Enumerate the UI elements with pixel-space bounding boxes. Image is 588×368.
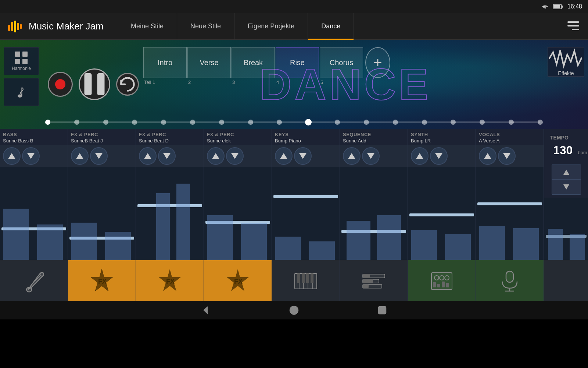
tab-dance[interactable]: Dance — [308, 13, 354, 40]
progress-dot-6[interactable] — [219, 120, 224, 125]
record-button[interactable] — [48, 72, 73, 97]
menu-button[interactable] — [559, 20, 588, 33]
channel-sequence-up[interactable] — [343, 147, 361, 165]
channel-keys-up[interactable] — [275, 147, 293, 165]
progress-dot-3[interactable] — [132, 120, 137, 125]
tempo-increase[interactable] — [552, 165, 581, 180]
channel-tempo: TEMPO 130 bpm — [544, 129, 588, 301]
progress-dot-15[interactable] — [480, 120, 485, 125]
channel-synth-icon-btn[interactable] — [408, 260, 476, 301]
section-verse[interactable]: Verse 2 — [187, 47, 232, 85]
channel-fx3-icon-btn[interactable]: FX — [204, 260, 272, 301]
tempo-label: TEMPO — [547, 132, 585, 144]
channel-keys-visualizer — [272, 167, 340, 260]
section-verse-box[interactable]: Verse — [187, 47, 231, 78]
channel-tempo-icon-btn[interactable] — [544, 260, 588, 301]
channel-fx2-icon-btn[interactable]: FX — [136, 260, 204, 301]
channel-vocals-slider[interactable] — [477, 202, 542, 205]
channel-fx3-header: FX & PERC Sunne elek — [204, 129, 272, 145]
progress-dot-10[interactable] — [335, 120, 340, 125]
channel-fx1-down[interactable] — [90, 147, 108, 165]
progress-dot-1[interactable] — [74, 120, 79, 125]
channel-fx1-icon-btn[interactable]: FX — [68, 260, 136, 301]
harmonie-button[interactable]: Harmonie — [4, 47, 39, 75]
progress-dot-14[interactable] — [451, 120, 456, 125]
section-rise[interactable]: Rise 4 — [276, 47, 320, 85]
section-intro-box[interactable]: Intro — [143, 47, 187, 78]
channel-fx3-up[interactable] — [207, 147, 225, 165]
pause-button[interactable] — [79, 68, 110, 100]
channel-vocals-down[interactable] — [498, 147, 516, 165]
tempo-bar-2 — [570, 234, 585, 260]
channel-sequence-icon-btn[interactable] — [340, 260, 408, 301]
recents-button[interactable] — [375, 304, 390, 317]
home-button[interactable] — [287, 304, 301, 317]
progress-dot-7[interactable] — [248, 120, 253, 125]
channel-sequence-down[interactable] — [362, 147, 380, 165]
progress-track[interactable] — [48, 121, 540, 123]
fx-icon-1: FX — [89, 268, 115, 294]
section-rise-box[interactable]: Rise — [276, 47, 319, 78]
channel-keys-down[interactable] — [294, 147, 312, 165]
channel-keys: KEYS Bump Piano — [272, 129, 340, 301]
channel-vocals-up[interactable] — [479, 147, 496, 165]
section-chorus[interactable]: Chorus 5 — [320, 47, 364, 85]
channel-fx3-down[interactable] — [226, 147, 244, 165]
progress-dot-4[interactable] — [161, 120, 166, 125]
bass-guitar-icon — [21, 268, 47, 294]
section-break-box[interactable]: Break — [232, 47, 275, 78]
section-chorus-box[interactable]: Chorus — [320, 47, 363, 78]
progress-dot-12[interactable] — [393, 120, 398, 125]
channel-bass-down[interactable] — [22, 147, 40, 165]
tab-meine-stile[interactable]: Meine Stile — [118, 13, 177, 40]
channel-synth-down[interactable] — [430, 147, 448, 165]
app-title: Music Maker Jam — [29, 21, 104, 32]
replay-button[interactable] — [116, 73, 139, 96]
effekte-button[interactable]: Effekte — [548, 47, 584, 77]
section-intro[interactable]: Intro Teil 1 — [143, 47, 187, 85]
channel-keys-slider[interactable] — [273, 195, 338, 198]
channel-vocals-icon-btn[interactable] — [476, 260, 544, 301]
progress-dot-17[interactable] — [538, 120, 543, 125]
channel-bass-icon-btn[interactable] — [0, 260, 68, 301]
section-break[interactable]: Break 3 — [232, 47, 276, 85]
channel-fx2-header: FX & PERC Sunne Beat D — [136, 129, 204, 145]
hero-area: DANCE Harmonie — [0, 40, 588, 129]
tab-neue-stile[interactable]: Neue Stile — [177, 13, 234, 40]
progress-dot-2[interactable] — [103, 120, 108, 125]
channel-synth-slider[interactable] — [409, 213, 474, 216]
progress-dot-13[interactable] — [422, 120, 427, 125]
sections-bar: Intro Teil 1 Verse 2 Break 3 Rise 4 Chor… — [143, 47, 390, 85]
channel-fx1-type: FX & PERC — [71, 132, 133, 137]
tab-eigene-projekte[interactable]: Eigene Projekte — [234, 13, 308, 40]
channel-synth-bar-1 — [411, 230, 437, 260]
channel-keys-icon-btn[interactable] — [272, 260, 340, 301]
progress-dot-5[interactable] — [190, 120, 195, 125]
back-button[interactable] — [198, 304, 213, 317]
svg-marker-19 — [8, 153, 15, 159]
channel-bass-up[interactable] — [3, 147, 21, 165]
notes-button[interactable] — [4, 78, 39, 106]
add-section-button[interactable]: + — [365, 47, 390, 78]
progress-dot-11[interactable] — [364, 120, 369, 125]
channel-fx1-up[interactable] — [71, 147, 89, 165]
tempo-decrease[interactable] — [552, 180, 581, 194]
channel-fx2-visualizer — [136, 167, 204, 260]
progress-dot-8[interactable] — [277, 120, 282, 125]
channel-fx2-slider[interactable] — [137, 204, 202, 207]
channel-fx3-type: FX & PERC — [207, 132, 269, 137]
channel-fx1-header: FX & PERC SunneB Beat J — [68, 129, 136, 145]
progress-dot-16[interactable] — [509, 120, 514, 125]
channel-sequence: SEQUENCE Sunne Add — [340, 129, 408, 301]
progress-dot-0[interactable] — [45, 120, 50, 125]
channel-sequence-visualizer — [340, 167, 408, 260]
svg-marker-24 — [76, 153, 83, 159]
channel-bass-header: BASS Sunne Bass B — [0, 129, 68, 145]
channel-fx2-up[interactable] — [139, 147, 157, 165]
svg-marker-66 — [503, 153, 510, 159]
progress-dot-9[interactable] — [305, 119, 312, 125]
channel-synth-up[interactable] — [411, 147, 429, 165]
channel-keys-name: Bump Piano — [275, 138, 337, 144]
svg-rect-9 — [567, 25, 579, 26]
channel-fx2-down[interactable] — [158, 147, 176, 165]
